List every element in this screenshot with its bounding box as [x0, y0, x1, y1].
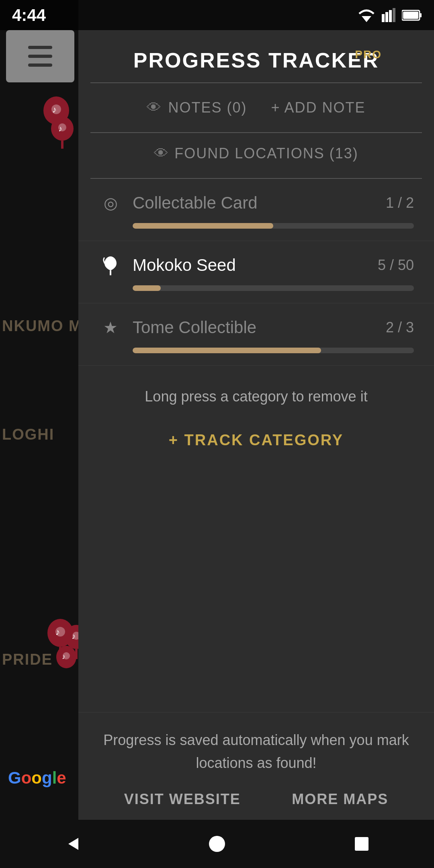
svg-text:♪: ♪	[52, 104, 57, 115]
eye-icon-locations: 👁	[154, 145, 168, 162]
category-item-tome-collectible[interactable]: ★ Tome Collectible 2 / 3	[78, 303, 434, 366]
hamburger-icon	[28, 46, 52, 67]
svg-text:♪: ♪	[72, 632, 76, 641]
google-logo: Google	[8, 768, 66, 788]
svg-marker-0	[362, 16, 371, 22]
svg-rect-1	[382, 14, 385, 22]
map-marker-group-1: ♪ ♪	[40, 92, 80, 174]
visit-website-button[interactable]: VISIT WEBSITE	[124, 791, 241, 808]
nav-recent-button[interactable]	[346, 828, 378, 860]
eye-icon-notes: 👁	[147, 99, 162, 116]
category-name-mokoko-seed: Mokoko Seed	[133, 256, 368, 275]
nav-back-button[interactable]	[56, 828, 88, 860]
svg-marker-23	[68, 838, 78, 850]
notes-row: 👁 NOTES (0) + ADD NOTE	[78, 83, 434, 132]
category-progress-tome-collectible: 2 / 3	[386, 319, 414, 336]
wifi-icon	[358, 8, 376, 22]
hint-text: Long press a category to remove it	[78, 366, 434, 420]
found-locations-label: FOUND LOCATIONS (13)	[174, 145, 358, 162]
svg-point-24	[209, 836, 225, 852]
bottom-info-panel: Progress is saved automatically when you…	[78, 712, 434, 820]
svg-text:♪: ♪	[58, 124, 62, 133]
map-label-loghi: LOGHI	[2, 426, 54, 443]
status-time: 4:44	[12, 6, 46, 25]
category-item-mokoko-seed[interactable]: Mokoko Seed 5 / 50	[78, 241, 434, 303]
category-progress-mokoko-seed: 5 / 50	[378, 257, 414, 274]
progress-bar-collectable-card	[133, 223, 414, 229]
category-name-tome-collectible: Tome Collectible	[133, 318, 376, 337]
progress-fill-tome-collectible	[133, 348, 321, 353]
svg-rect-25	[355, 837, 368, 851]
svg-rect-3	[389, 10, 392, 22]
navigation-bar	[0, 820, 434, 868]
pro-badge: PRO	[355, 48, 382, 61]
category-row-tome-collectible: ★ Tome Collectible 2 / 3	[98, 315, 414, 340]
category-row-mokoko-seed: Mokoko Seed 5 / 50	[98, 253, 414, 277]
category-progress-collectable-card: 1 / 2	[386, 194, 414, 211]
svg-text:♪: ♪	[55, 627, 60, 637]
sidebar-toggle-button[interactable]	[6, 30, 74, 82]
signal-icon	[382, 8, 396, 22]
notes-label: 👁 NOTES (0)	[147, 99, 247, 116]
track-category-button[interactable]: + TRACK CATEGORY	[78, 420, 434, 461]
panel-header: PROGRESS TRACKER PRO	[78, 30, 434, 82]
status-icons	[358, 8, 422, 22]
category-item-collectable-card[interactable]: ◎ Collectable Card 1 / 2	[78, 179, 434, 241]
more-maps-button[interactable]: MORE MAPS	[292, 791, 388, 808]
bottom-buttons: VISIT WEBSITE MORE MAPS	[98, 791, 414, 808]
svg-rect-2	[385, 12, 388, 22]
status-bar: 4:44	[0, 0, 434, 30]
svg-rect-6	[420, 13, 422, 17]
svg-text:♪: ♪	[62, 653, 66, 661]
nav-home-button[interactable]	[201, 828, 233, 860]
star-icon: ★	[98, 315, 123, 340]
svg-rect-4	[393, 8, 395, 22]
category-row-collectable-card: ◎ Collectable Card 1 / 2	[98, 191, 414, 215]
card-icon: ◎	[98, 191, 123, 215]
progress-fill-collectable-card	[133, 223, 273, 229]
progress-bar-mokoko-seed	[133, 285, 414, 291]
category-name-collectable-card: Collectable Card	[133, 193, 376, 213]
progress-bar-tome-collectible	[133, 348, 414, 353]
add-note-button[interactable]: + ADD NOTE	[271, 99, 365, 116]
panel-title: PROGRESS TRACKER	[133, 48, 379, 72]
progress-fill-mokoko-seed	[133, 285, 161, 291]
svg-rect-7	[403, 12, 418, 19]
battery-icon	[402, 10, 422, 21]
main-panel: PROGRESS TRACKER PRO 👁 NOTES (0) + ADD N…	[78, 30, 434, 820]
found-locations-row: 👁 FOUND LOCATIONS (13)	[78, 133, 434, 178]
auto-save-text: Progress is saved automatically when you…	[98, 729, 414, 775]
seed-icon	[98, 253, 123, 277]
